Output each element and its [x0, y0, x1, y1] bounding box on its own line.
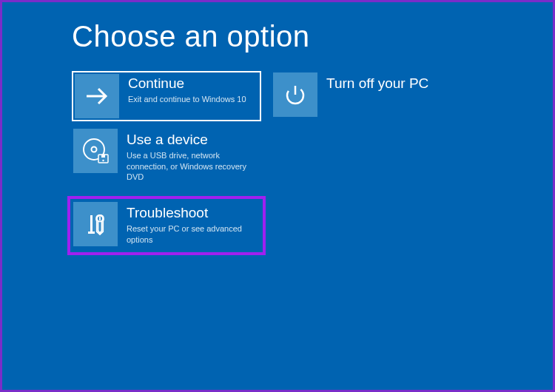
arrow-right-icon: [75, 74, 119, 118]
svg-rect-5: [101, 155, 105, 158]
troubleshoot-desc: Reset your PC or see advanced options: [127, 223, 254, 246]
continue-desc: Exit and continue to Windows 10: [128, 94, 254, 105]
power-icon: [273, 72, 317, 117]
continue-tile[interactable]: Continue Exit and continue to Windows 10: [72, 71, 261, 121]
svg-point-6: [102, 160, 104, 161]
usedevice-tile[interactable]: Use a device Use a USB drive, network co…: [72, 127, 261, 187]
usedevice-title: Use a device: [127, 132, 254, 149]
tools-icon: [73, 202, 118, 246]
turnoff-tile[interactable]: Turn off your PC: [272, 71, 461, 121]
svg-rect-8: [88, 232, 95, 234]
troubleshoot-title: Troubleshoot: [127, 205, 254, 222]
svg-point-3: [92, 147, 97, 152]
continue-title: Continue: [128, 75, 254, 92]
usedevice-desc: Use a USB drive, network connection, or …: [127, 150, 254, 183]
page-title: Choose an option: [72, 20, 553, 53]
disc-icon: [73, 129, 118, 173]
svg-rect-7: [90, 215, 92, 232]
turnoff-title: Turn off your PC: [326, 75, 454, 92]
troubleshoot-tile[interactable]: Troubleshoot Reset your PC or see advanc…: [72, 200, 261, 251]
